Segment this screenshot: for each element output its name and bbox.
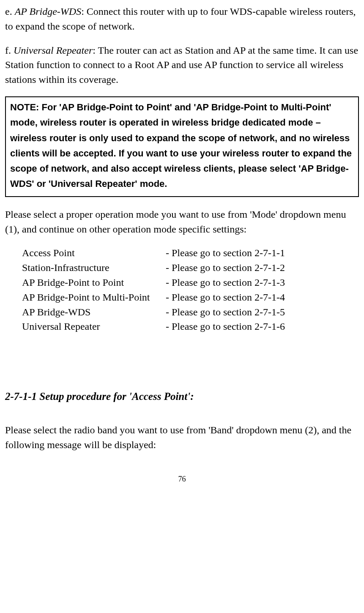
mode-ref: - Please go to section 2-7-1-2 <box>166 260 359 275</box>
para-e-label: AP Bridge-WDS <box>15 6 82 17</box>
intro-paragraph: Please select a proper operation mode yo… <box>5 207 359 237</box>
mode-table: Access Point - Please go to section 2-7-… <box>22 246 359 334</box>
para-e-prefix: e. <box>5 6 15 17</box>
table-row: Station-Infrastructure - Please go to se… <box>22 260 359 275</box>
mode-ref: - Please go to section 2-7-1-3 <box>166 275 359 290</box>
paragraph-f: f. Universal Repeater: The router can ac… <box>5 43 359 87</box>
section-heading: 2-7-1-1 Setup procedure for 'Access Poin… <box>5 389 359 404</box>
para-f-prefix: f. <box>5 45 14 56</box>
table-row: Universal Repeater - Please go to sectio… <box>22 319 359 334</box>
mode-ref: - Please go to section 2-7-1-1 <box>166 246 359 260</box>
table-row: AP Bridge-Point to Multi-Point - Please … <box>22 290 359 305</box>
table-row: AP Bridge-WDS - Please go to section 2-7… <box>22 305 359 320</box>
mode-ref: - Please go to section 2-7-1-4 <box>166 290 359 305</box>
table-row: AP Bridge-Point to Point - Please go to … <box>22 275 359 290</box>
mode-name: Access Point <box>22 246 166 260</box>
note-text: NOTE: For 'AP Bridge-Point to Point' and… <box>10 102 352 189</box>
note-box: NOTE: For 'AP Bridge-Point to Point' and… <box>5 96 359 197</box>
closing-paragraph: Please select the radio band you want to… <box>5 423 359 452</box>
mode-name: AP Bridge-WDS <box>22 305 166 320</box>
para-f-label: Universal Repeater <box>14 45 93 56</box>
mode-ref: - Please go to section 2-7-1-6 <box>166 319 359 334</box>
mode-name: AP Bridge-Point to Point <box>22 275 166 290</box>
page-number: 76 <box>5 473 359 484</box>
mode-name: AP Bridge-Point to Multi-Point <box>22 290 166 305</box>
mode-ref: - Please go to section 2-7-1-5 <box>166 305 359 320</box>
mode-name: Universal Repeater <box>22 319 166 334</box>
mode-name: Station-Infrastructure <box>22 260 166 275</box>
paragraph-e: e. AP Bridge-WDS: Connect this router wi… <box>5 4 359 34</box>
table-row: Access Point - Please go to section 2-7-… <box>22 246 359 260</box>
